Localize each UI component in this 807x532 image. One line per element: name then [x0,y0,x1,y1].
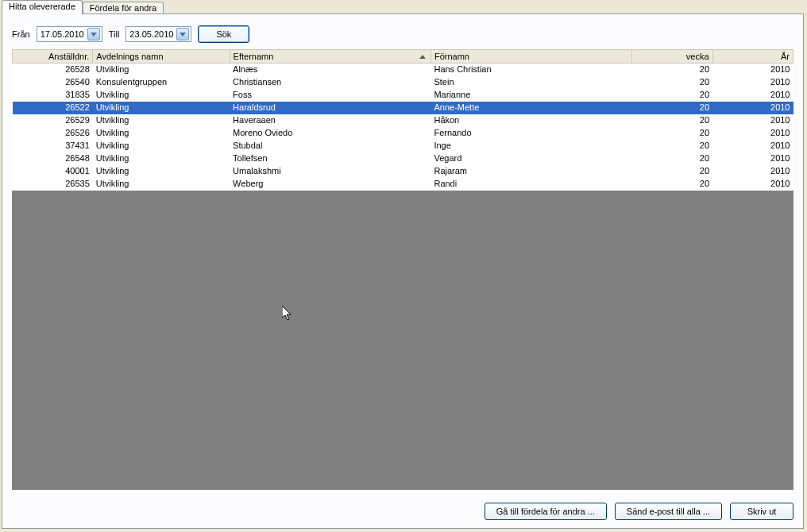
table-cell: Anne-Mette [431,102,631,114]
filter-row: Från 17.05.2010 Till 23.05.2010 Sök [2,14,803,49]
table-cell: Konsulentgruppen [93,76,230,89]
table-cell: 40001 [13,165,93,178]
results-table: Anställdnr.Avdelnings namnEfternamnFörna… [12,49,793,191]
column-header[interactable]: Avdelnings namn [93,50,230,64]
table-cell: Rajaram [431,165,631,178]
table-cell: 26540 [13,76,93,89]
table-cell: 37431 [13,140,93,152]
table-cell: Marianne [431,89,631,102]
table-cell: 2010 [712,89,793,102]
table-cell: 20 [632,102,712,114]
table-cell: Alnæs [230,64,431,76]
table-cell: Utvikling [93,127,230,140]
table-row[interactable]: 26548UtviklingTollefsenVegard202010 [13,152,793,165]
table-cell: 2010 [712,165,793,178]
table-cell: Stubdal [230,140,431,152]
table-cell: 2010 [712,114,793,127]
table-cell: 20 [632,76,712,89]
table-cell: Utvikling [93,152,230,165]
table-cell: Moreno Oviedo [230,127,431,140]
column-header[interactable]: Anställdnr. [13,50,93,64]
tab-strip: Hitta olevererade Fördela för andra [0,0,807,14]
table-cell: Utvikling [93,89,230,102]
table-cell: Inge [431,140,631,152]
column-header[interactable]: Efternamn [230,50,431,64]
go-to-distribute-button[interactable]: Gå till fördela för andra ... [485,503,607,520]
results-table-wrap: Anställdnr.Avdelnings namnEfternamnFörna… [12,49,793,490]
to-date-picker[interactable]: 23.05.2010 [125,26,191,42]
table-row[interactable]: 26535UtviklingWebergRandi202010 [13,178,793,191]
table-cell: 2010 [712,76,793,89]
table-row[interactable]: 31835UtviklingFossMarianne202010 [13,89,793,102]
table-cell: 26526 [13,127,93,140]
table-cell: Stein [431,76,631,89]
column-header[interactable]: År [712,50,793,64]
table-cell: 31835 [13,89,93,102]
to-label: Till [109,29,120,39]
table-cell: Utvikling [93,64,230,76]
search-button[interactable]: Sök [198,25,249,43]
table-cell: 20 [632,178,712,191]
column-header[interactable]: Förnamn [431,50,631,64]
to-date-value: 23.05.2010 [129,29,173,39]
table-cell: 26529 [13,114,93,127]
table-cell: Utvikling [93,140,230,152]
table-cell: Utvikling [93,114,230,127]
main-panel: Från 17.05.2010 Till 23.05.2010 Sök Anst… [2,13,804,529]
print-button[interactable]: Skriv ut [730,503,793,520]
table-row[interactable]: 26540KonsulentgruppenChristiansenStein20… [13,76,793,89]
table-cell: 20 [632,140,712,152]
tab-hitta-olevererade[interactable]: Hitta olevererade [2,0,83,14]
table-cell: 26528 [13,64,93,76]
table-cell: 20 [632,89,712,102]
table-row[interactable]: 26528UtviklingAlnæsHans Christian202010 [13,64,793,76]
table-cell: 26522 [13,102,93,114]
table-row[interactable]: 40001UtviklingUmalakshmiRajaram202010 [13,165,793,178]
from-date-picker[interactable]: 17.05.2010 [37,26,102,42]
chevron-down-icon[interactable] [176,28,189,40]
table-cell: Håkon [431,114,631,127]
send-email-all-button[interactable]: Sänd e-post till alla ... [615,503,722,520]
table-cell: 20 [632,64,712,76]
table-cell: 2010 [712,152,793,165]
table-cell: Randi [431,178,631,191]
table-cell: 2010 [712,102,793,114]
table-cell: Haveraaen [230,114,431,127]
table-cell: 26548 [13,152,93,165]
table-cell: 2010 [712,140,793,152]
table-cell: Vegard [431,152,631,165]
table-cell: Haraldsrud [230,102,431,114]
table-cell: Utvikling [93,165,230,178]
table-cell: 2010 [712,127,793,140]
table-cell: Fernando [431,127,631,140]
table-cell: 20 [632,114,712,127]
table-cell: 20 [632,165,712,178]
table-cell: Utvikling [93,178,230,191]
table-cell: Utvikling [93,102,230,114]
table-cell: Hans Christian [431,64,631,76]
table-row[interactable]: 26522UtviklingHaraldsrudAnne-Mette202010 [13,102,793,114]
table-row[interactable]: 26529UtviklingHaveraaenHåkon202010 [13,114,793,127]
table-cell: Umalakshmi [230,165,431,178]
table-cell: Christiansen [230,76,431,89]
table-row[interactable]: 37431UtviklingStubdalInge202010 [13,140,793,152]
column-header[interactable]: vecka [632,50,712,64]
table-cell: 2010 [712,64,793,76]
table-row[interactable]: 26526UtviklingMoreno OviedoFernando20201… [13,127,793,140]
tab-fordela-for-andra[interactable]: Fördela för andra [83,2,164,14]
table-cell: Tollefsen [230,152,431,165]
footer-buttons: Gå till fördela för andra ... Sänd e-pos… [2,498,803,528]
table-cell: 2010 [712,178,793,191]
from-date-value: 17.05.2010 [41,29,84,39]
table-cell: Weberg [230,178,431,191]
chevron-down-icon[interactable] [87,28,100,40]
table-cell: 26535 [13,178,93,191]
table-cell: Foss [230,89,431,102]
from-label: Från [12,29,30,39]
table-cell: 20 [632,127,712,140]
table-cell: 20 [632,152,712,165]
